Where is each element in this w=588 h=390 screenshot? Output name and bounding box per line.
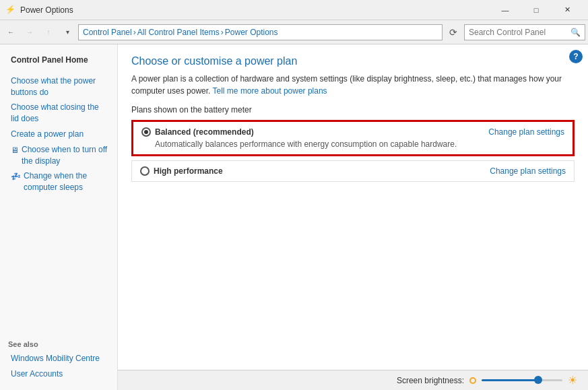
brightness-high-icon: ☀	[568, 374, 577, 387]
sidebar-item-create-plan[interactable]: Create a power plan	[0, 127, 117, 142]
back-button[interactable]: ←	[3, 24, 19, 40]
radio-high-performance[interactable]	[140, 166, 150, 176]
plan-item-high-performance: High performance Change plan settings	[131, 160, 575, 182]
plan-header-balanced: Balanced (recommended) Change plan setti…	[141, 127, 564, 137]
maximize-button[interactable]: □	[521, 0, 552, 20]
recent-button[interactable]: ▾	[59, 24, 75, 40]
page-title: Choose or customise a power plan	[131, 55, 575, 67]
main-container: Control Panel Home Choose what the power…	[0, 44, 588, 390]
sidebar-home[interactable]: Control Panel Home	[0, 53, 117, 68]
sidebar-label-lid: Choose what closing the lid does	[11, 102, 109, 125]
window-controls: — □ ✕	[490, 0, 583, 20]
page-description: A power plan is a collection of hardware…	[131, 73, 575, 97]
plan-header-high-performance: High performance Change plan settings	[140, 166, 566, 176]
brightness-track	[482, 379, 538, 381]
plan-item-balanced: Balanced (recommended) Change plan setti…	[131, 120, 575, 156]
minimize-button[interactable]: —	[490, 0, 521, 20]
plan-desc-balanced: Automatically balances performance with …	[155, 139, 564, 149]
change-plan-high-performance[interactable]: Change plan settings	[490, 166, 566, 176]
sidebar-item-lid[interactable]: Choose what closing the lid does	[0, 100, 117, 127]
sleep-icon: 💤	[11, 171, 21, 183]
plan-name-balanced: Balanced (recommended)	[141, 127, 254, 137]
sidebar-label-sleep: Change when the computer sleeps	[24, 170, 109, 193]
forward-button: →	[22, 24, 38, 40]
address-path: Control Panel › All Control Panel Items …	[78, 24, 443, 40]
search-input[interactable]	[469, 28, 570, 37]
brightness-label: Screen brightness:	[397, 376, 464, 385]
screen-brightness: Screen brightness: ☀	[397, 374, 577, 387]
window-title: Power Options	[20, 5, 490, 15]
radio-balanced[interactable]	[141, 127, 151, 137]
path-all-items[interactable]: All Control Panel Items	[137, 28, 220, 37]
sidebar-label-power-buttons: Choose what the power buttons do	[11, 75, 109, 98]
sidebar-item-power-buttons[interactable]: Choose what the power buttons do	[0, 73, 117, 100]
sidebar-label-display: Choose when to turn off the display	[22, 144, 109, 167]
brightness-low-icon	[469, 377, 476, 384]
display-icon: 🖥	[11, 145, 19, 156]
plans-section-title: Plans shown on the battery meter	[131, 105, 575, 115]
content-area: ? Choose or customise a power plan A pow…	[118, 44, 588, 390]
plan-name-high-performance: High performance	[140, 166, 223, 176]
sidebar-item-sleep[interactable]: 💤 Change when the computer sleeps	[0, 168, 117, 195]
path-control-panel[interactable]: Control Panel	[83, 28, 132, 37]
learn-more-link[interactable]: Tell me more about power plans	[213, 86, 327, 96]
brightness-thumb[interactable]	[534, 376, 542, 384]
status-bar: Screen brightness: ☀	[118, 370, 588, 390]
sidebar: Control Panel Home Choose what the power…	[0, 44, 118, 390]
sidebar-mobility-centre[interactable]: Windows Mobility Centre	[0, 351, 117, 366]
close-button[interactable]: ✕	[552, 0, 583, 20]
change-plan-balanced[interactable]: Change plan settings	[488, 127, 564, 137]
search-icon[interactable]: 🔍	[570, 28, 581, 37]
sidebar-user-accounts[interactable]: User Accounts	[0, 366, 117, 382]
see-also-title: See also	[0, 332, 117, 351]
up-button: ↑	[40, 24, 57, 40]
search-box[interactable]: 🔍	[464, 24, 585, 40]
path-power-options[interactable]: Power Options	[225, 28, 278, 37]
sidebar-item-display[interactable]: 🖥 Choose when to turn off the display	[0, 142, 117, 169]
sidebar-label-create-plan: Create a power plan	[11, 129, 84, 140]
title-bar: ⚡ Power Options — □ ✕	[0, 0, 588, 20]
address-bar: ← → ↑ ▾ Control Panel › All Control Pane…	[0, 20, 588, 44]
refresh-button[interactable]: ⟳	[445, 24, 461, 40]
app-icon: ⚡	[5, 5, 16, 15]
help-button[interactable]: ?	[569, 50, 583, 63]
brightness-slider[interactable]	[482, 379, 562, 381]
